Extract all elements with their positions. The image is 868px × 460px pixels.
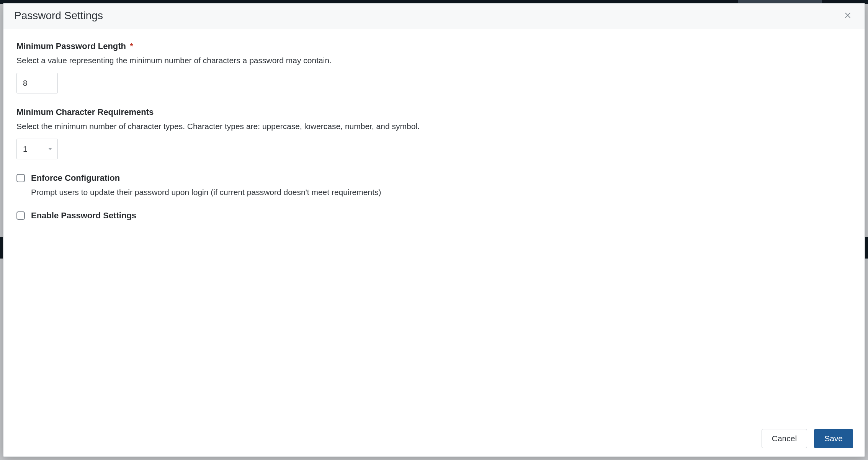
enforce-configuration-checkbox[interactable] <box>16 174 25 182</box>
modal-header: Password Settings <box>3 3 865 29</box>
min-char-req-select-wrap: 1 <box>16 139 58 159</box>
field-min-char-requirements: Minimum Character Requirements Select th… <box>16 107 852 159</box>
modal-title: Password Settings <box>14 10 103 22</box>
field-enforce-configuration: Enforce Configuration Prompt users to up… <box>16 173 852 197</box>
enable-password-settings-label[interactable]: Enable Password Settings <box>31 211 136 221</box>
enable-password-settings-checkbox[interactable] <box>16 211 25 220</box>
close-button[interactable] <box>842 10 854 22</box>
enforce-configuration-label[interactable]: Enforce Configuration <box>31 173 120 183</box>
field-help: Select the minimum number of character t… <box>16 122 852 131</box>
modal-body: Minimum Password Length * Select a value… <box>3 29 865 422</box>
field-label: Minimum Character Requirements <box>16 107 852 117</box>
field-min-password-length: Minimum Password Length * Select a value… <box>16 41 852 93</box>
field-help: Prompt users to update their password up… <box>31 188 852 197</box>
cancel-button[interactable]: Cancel <box>762 429 807 448</box>
field-enable-password-settings: Enable Password Settings <box>16 211 852 221</box>
field-label: Minimum Password Length * <box>16 41 852 51</box>
field-help: Select a value representing the minimum … <box>16 56 852 65</box>
required-indicator: * <box>130 41 133 51</box>
min-char-req-select[interactable]: 1 <box>16 139 58 159</box>
save-button[interactable]: Save <box>814 429 853 448</box>
min-password-length-input[interactable] <box>16 73 58 93</box>
modal-footer: Cancel Save <box>3 422 865 457</box>
close-icon <box>844 11 852 20</box>
password-settings-modal: Password Settings Minimum Password Lengt… <box>3 3 865 457</box>
label-text: Minimum Password Length <box>16 41 126 51</box>
